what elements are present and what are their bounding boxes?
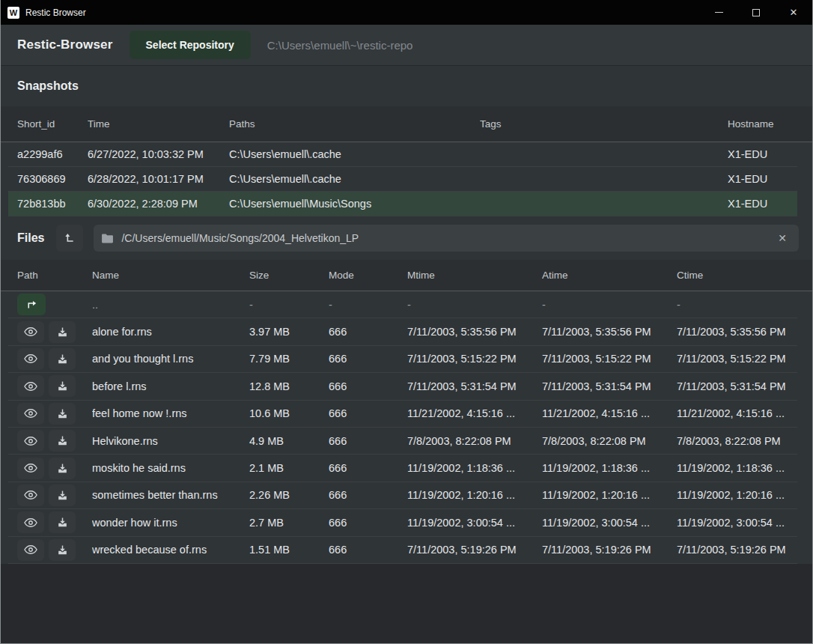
preview-file-button[interactable] [17,511,44,533]
file-row: before l.rns12.8 MB6667/11/2003, 5:31:54… [8,373,797,400]
minimize-icon [715,12,723,13]
download-file-button[interactable] [49,348,76,370]
files-col-mtime: Mtime [407,270,542,281]
snapshots-col-short_id: Short_id [17,118,88,130]
download-file-button[interactable] [49,403,76,425]
preview-file-button[interactable] [17,458,44,479]
file-cell-mode: 666 [329,462,407,474]
open-parent-directory-button[interactable] [17,294,46,315]
file-cell-size: 10.6 MB [249,407,329,419]
file-cell-name: wrecked because of.rns [92,544,249,556]
file-cell-atime: 7/8/2003, 8:22:08 PM [542,435,677,447]
download-file-button[interactable] [49,458,76,479]
preview-file-button[interactable] [17,375,44,397]
files-col-path: Path [17,270,92,281]
file-cell-mtime: 11/19/2002, 1:20:16 ... [407,489,542,501]
file-cell-mtime: 7/8/2003, 8:22:08 PM [407,435,542,447]
snapshots-col-tags: Tags [480,118,728,130]
preview-file-button[interactable] [17,321,44,343]
preview-file-button[interactable] [17,430,44,452]
maximize-button[interactable] [737,0,775,25]
preview-file-button[interactable] [17,539,44,561]
file-row: wonder how it.rns2.7 MB66611/19/2002, 3:… [8,509,797,536]
download-icon [57,517,68,528]
file-cell-atime: 11/19/2002, 1:20:16 ... [542,489,677,501]
minimize-button[interactable] [700,0,737,25]
snapshot-cell-paths: C:\Users\emuell\.cache [229,173,480,185]
download-file-button[interactable] [49,511,76,533]
file-cell-size: 2.1 MB [249,462,329,474]
download-file-button[interactable] [49,539,76,561]
download-file-button[interactable] [49,375,76,397]
files-table-header: PathNameSizeModeMtimeAtimeCtime [1,260,812,291]
content-background [1,564,812,643]
download-icon [57,326,68,338]
preview-file-button[interactable] [17,403,44,425]
snapshot-row[interactable]: a2299af66/27/2022, 10:03:32 PMC:\Users\e… [8,142,797,167]
file-cell-mode: 666 [329,407,407,419]
file-cell-name: feel home now !.rns [92,407,249,419]
file-cell-name: before l.rns [92,380,249,392]
file-cell-mtime: - [407,299,542,311]
file-row: alone for.rns3.97 MB6667/11/2003, 5:35:5… [8,318,797,345]
snapshot-row[interactable]: 72b813bb6/30/2022, 2:28:09 PMC:\Users\em… [8,192,797,216]
file-row: feel home now !.rns10.6 MB66611/21/2002,… [8,401,797,428]
snapshot-cell-time: 6/28/2022, 10:01:17 PM [88,173,229,185]
file-cell-atime: 7/11/2003, 5:35:56 PM [542,326,677,338]
app-window: W Restic Browser ✕ Restic-Browser Select… [0,0,813,644]
clear-path-icon: ✕ [778,232,787,244]
level-up-icon [64,232,76,244]
window-controls: ✕ [700,0,812,25]
files-title: Files [17,231,44,245]
file-cell-size: 2.26 MB [249,489,329,501]
clear-path-button[interactable]: ✕ [773,229,791,247]
download-file-button[interactable] [49,430,76,452]
file-cell-ctime: 11/19/2002, 3:00:54 ... [677,517,797,529]
file-cell-name: .. [92,299,249,311]
titlebar-left: W Restic Browser [1,7,700,19]
preview-eye-icon [24,490,37,500]
open-directory-icon [25,299,38,310]
current-path-input[interactable]: /C/Users/emuell/Music/Songs/2004_Helveti… [94,225,799,252]
snapshot-row[interactable]: 763068696/28/2022, 10:01:17 PMC:\Users\e… [8,167,797,192]
level-up-button[interactable] [56,225,83,252]
preview-file-button[interactable] [17,484,44,506]
preview-eye-icon [24,436,37,446]
file-cell-name: sometimes better than.rns [92,489,249,501]
snapshot-cell-paths: C:\Users\emuell\.cache [229,148,480,160]
snapshot-cell-short_id: a2299af6 [17,148,88,160]
file-cell-atime: 11/19/2002, 1:18:36 ... [542,462,677,474]
app-title: Restic-Browser [17,37,113,52]
preview-eye-icon [24,326,37,337]
files-col-size: Size [249,270,329,281]
select-repository-button[interactable]: Select Repository [130,31,251,59]
close-icon: ✕ [790,7,798,18]
file-row-actions [17,430,92,452]
close-button[interactable]: ✕ [775,0,812,25]
file-cell-size: 7.79 MB [249,353,329,365]
repository-path: C:\Users\emuell\~\restic-repo [267,39,413,52]
file-cell-mode: 666 [329,353,407,365]
download-file-button[interactable] [49,484,76,506]
file-row: moskito he said.rns2.1 MB66611/19/2002, … [8,455,797,482]
download-icon [57,380,68,392]
download-icon [57,463,68,474]
file-cell-mode: 666 [329,544,407,556]
download-icon [57,408,68,419]
file-cell-size: 1.51 MB [249,544,329,556]
file-cell-size: 12.8 MB [249,380,329,392]
download-file-button[interactable] [49,321,76,343]
file-cell-ctime: 7/11/2003, 5:19:26 PM [677,544,797,556]
file-cell-atime: 7/11/2003, 5:19:26 PM [542,544,677,556]
preview-eye-icon [24,353,37,364]
snapshots-col-time: Time [88,118,229,130]
snapshot-cell-time: 6/27/2022, 10:03:32 PM [88,148,229,160]
file-cell-atime: - [542,299,677,311]
file-row-parent: ..----- [8,291,797,318]
files-col-ctime: Ctime [677,270,797,281]
snapshot-cell-time: 6/30/2022, 2:28:09 PM [88,198,229,210]
files-toolbar: Files /C/Users/emuell/Music/Songs/2004_H… [1,216,812,260]
preview-file-button[interactable] [17,348,44,370]
file-cell-mtime: 7/11/2003, 5:15:22 PM [407,353,542,365]
download-icon [57,353,68,365]
